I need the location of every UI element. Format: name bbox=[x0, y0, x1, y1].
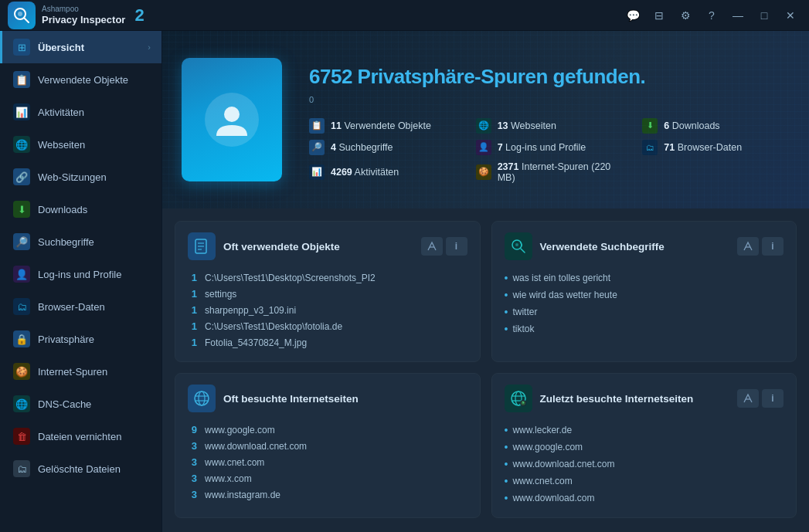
ubersicht-arrow-icon: › bbox=[148, 42, 151, 52]
card-suchbegriffe-actions: i bbox=[737, 237, 784, 256]
list-item: 3 www.x.com bbox=[188, 470, 467, 486]
stat-icon-log-ins: 👤 bbox=[476, 140, 491, 155]
stat-text-downloads: 6 Downloads bbox=[664, 120, 719, 131]
hero-subtitle: 0 bbox=[309, 95, 794, 104]
stat-icon-aktivitaten: 📊 bbox=[309, 164, 325, 180]
window-minimize-button[interactable]: — bbox=[726, 5, 750, 26]
stat-text-internet-spuren: 2371 Internet-Spuren (220 MB) bbox=[498, 161, 627, 183]
sidebar-item-aktivitaten[interactable]: 📊 Aktivitäten bbox=[0, 96, 161, 128]
card-suchbegriffe-info-button[interactable]: i bbox=[762, 237, 784, 256]
sidebar-item-privatsphare[interactable]: 🔒 Privatsphäre bbox=[0, 323, 161, 355]
sidebar-item-downloads[interactable]: ⬇ Downloads bbox=[0, 193, 161, 225]
verwendete-objekte-icon: 📋 bbox=[13, 71, 30, 88]
sidebar-label-internet-spuren: Internet-Spuren bbox=[38, 366, 151, 378]
window-close-button[interactable]: ✕ bbox=[778, 5, 803, 26]
log-ins-icon: 👤 bbox=[13, 266, 30, 283]
sidebar-item-verwendete-objekte[interactable]: 📋 Verwendete Objekte bbox=[0, 63, 161, 96]
sidebar-item-webseiten[interactable]: 🌐 Webseiten bbox=[0, 128, 161, 161]
svg-point-11 bbox=[515, 243, 518, 246]
list-item: 1 C:\Users\Test1\Desktop\fotolia.de bbox=[188, 318, 467, 334]
list-item: twitter bbox=[505, 303, 784, 320]
settings-icon-button[interactable]: ⚙ bbox=[673, 5, 698, 26]
card-suchbegriffe-clean-button[interactable] bbox=[737, 237, 759, 256]
list-item: tiktok bbox=[505, 320, 784, 337]
sidebar-item-suchbegriffe[interactable]: 🔎 Suchbegriffe bbox=[0, 225, 161, 258]
card-oft-objekte-title-area: Oft verwendete Objekte bbox=[188, 232, 340, 260]
sidebar-item-geloschte-dateien[interactable]: 🗂 Gelöschte Dateien bbox=[0, 452, 161, 485]
card-oft-internet-title: Oft besuchte Internetseiten bbox=[223, 393, 359, 405]
internet-spuren-icon: 🍪 bbox=[13, 363, 30, 380]
card-oft-internet-header: Oft besuchte Internetseiten bbox=[188, 385, 467, 412]
window-maximize-button[interactable]: □ bbox=[752, 5, 777, 26]
card-oft-objekte-list: 1 C:\Users\Test1\Desktop\Screenshots_PI2… bbox=[188, 269, 467, 351]
sidebar-item-web-sitzungen[interactable]: 🔗 Web-Sitzungen bbox=[0, 161, 161, 193]
card-oft-objekte-clean-button[interactable] bbox=[421, 237, 443, 256]
sidebar-label-web-sitzungen: Web-Sitzungen bbox=[38, 171, 151, 183]
stat-downloads: ⬇ 6 Downloads bbox=[642, 118, 794, 134]
hero-stats-section: 6752 Privatsphäre-Spuren gefunden. 0 📋 1… bbox=[301, 31, 809, 208]
sidebar-item-ubersicht[interactable]: ⊞ Übersicht › bbox=[0, 31, 161, 63]
titlebar-controls: 💬 ⊟ ⚙ ? — □ ✕ bbox=[620, 5, 803, 26]
stat-text-browser-daten: 71 Browser-Daten bbox=[664, 142, 742, 153]
stat-icon-verwendete-objekte: 📋 bbox=[309, 118, 325, 134]
card-suchbegriffe-title-area: Verwendete Suchbegriffe bbox=[505, 232, 665, 260]
sidebar-item-browser-daten[interactable]: 🗂 Browser-Daten bbox=[0, 290, 161, 323]
svg-line-10 bbox=[521, 249, 525, 252]
stat-text-aktivitaten: 4269 Aktivitäten bbox=[331, 167, 399, 178]
sidebar-label-aktivitaten: Aktivitäten bbox=[38, 107, 151, 118]
hero-title: 6752 Privatsphäre-Spuren gefunden. bbox=[309, 65, 794, 89]
sidebar-item-log-ins[interactable]: 👤 Log-ins und Profile bbox=[0, 258, 161, 290]
svg-point-2 bbox=[18, 12, 22, 16]
sidebar-label-browser-daten: Browser-Daten bbox=[38, 301, 151, 313]
cards-row-2: Oft besuchte Internetseiten 9 www.google… bbox=[175, 373, 797, 518]
app-version: 2 bbox=[134, 5, 144, 25]
stat-log-ins: 👤 7 Log-ins und Profile bbox=[476, 140, 627, 155]
list-item: www.download.com bbox=[505, 490, 784, 507]
stat-webseiten: 🌐 13 Webseiten bbox=[476, 118, 627, 134]
hero-avatar-section bbox=[162, 31, 301, 208]
hero-avatar bbox=[182, 58, 282, 181]
webseiten-icon: 🌐 bbox=[13, 136, 30, 153]
main-layout: ⊞ Übersicht › 📋 Verwendete Objekte 📊 Akt… bbox=[0, 31, 809, 532]
svg-line-1 bbox=[24, 18, 29, 22]
stat-icon-internet-spuren: 🍪 bbox=[476, 164, 491, 180]
sidebar: ⊞ Übersicht › 📋 Verwendete Objekte 📊 Akt… bbox=[0, 31, 162, 532]
privatsphare-icon: 🔒 bbox=[13, 330, 30, 347]
svg-point-3 bbox=[224, 107, 240, 122]
sidebar-label-webseiten: Webseiten bbox=[38, 139, 151, 151]
card-zuletzt-internet-info-button[interactable]: i bbox=[762, 389, 784, 408]
card-zuletzt-internet-clean-button[interactable] bbox=[737, 389, 759, 408]
stat-icon-downloads: ⬇ bbox=[642, 118, 658, 134]
list-item: 9 www.google.com bbox=[188, 422, 467, 438]
app-company: Ashampoo bbox=[42, 5, 125, 14]
list-item: www.cnet.com bbox=[505, 473, 784, 490]
list-item: www.google.com bbox=[505, 439, 784, 456]
card-oft-objekte-info-button[interactable]: i bbox=[446, 237, 467, 256]
card-oft-objekte-actions: i bbox=[421, 237, 467, 256]
list-item: was ist ein tolles gericht bbox=[505, 269, 784, 286]
card-oft-internet-list: 9 www.google.com 3 www.download.cnet.com… bbox=[188, 422, 467, 503]
stat-icon-suchbegriffe: 🔎 bbox=[309, 140, 325, 155]
sidebar-item-dateien-vernichten[interactable]: 🗑 Dateien vernichten bbox=[0, 420, 161, 452]
sidebar-label-ubersicht: Übersicht bbox=[38, 42, 140, 53]
card-oft-internet-icon bbox=[188, 385, 216, 412]
list-item: www.lecker.de bbox=[505, 422, 784, 439]
app-name: Privacy Inspector bbox=[42, 14, 125, 26]
stat-text-log-ins: 7 Log-ins und Profile bbox=[498, 142, 586, 153]
list-item: 3 www.cnet.com bbox=[188, 454, 467, 470]
minimize-to-tray-button[interactable]: ⊟ bbox=[647, 5, 671, 26]
stat-suchbegriffe: 🔎 4 Suchbegriffe bbox=[309, 140, 461, 155]
titlebar: Ashampoo Privacy Inspector 2 💬 ⊟ ⚙ ? — □… bbox=[0, 0, 809, 31]
card-zuletzt-internet: Zuletzt besuchte Internetseiten i bbox=[491, 373, 797, 518]
card-oft-objekte-header: Oft verwendete Objekte i bbox=[188, 232, 467, 260]
sidebar-label-downloads: Downloads bbox=[38, 204, 151, 215]
stat-text-verwendete-objekte: 11 Verwendete Objekte bbox=[331, 120, 431, 131]
chat-icon-button[interactable]: 💬 bbox=[620, 5, 645, 26]
stat-text-webseiten: 13 Webseiten bbox=[498, 120, 556, 131]
sidebar-item-dns-cache[interactable]: 🌐 DNS-Cache bbox=[0, 388, 161, 420]
geloschte-dateien-icon: 🗂 bbox=[13, 460, 30, 477]
help-icon-button[interactable]: ? bbox=[699, 5, 724, 26]
web-sitzungen-icon: 🔗 bbox=[13, 168, 30, 185]
ubersicht-icon: ⊞ bbox=[13, 39, 30, 56]
sidebar-item-internet-spuren[interactable]: 🍪 Internet-Spuren bbox=[0, 355, 161, 388]
